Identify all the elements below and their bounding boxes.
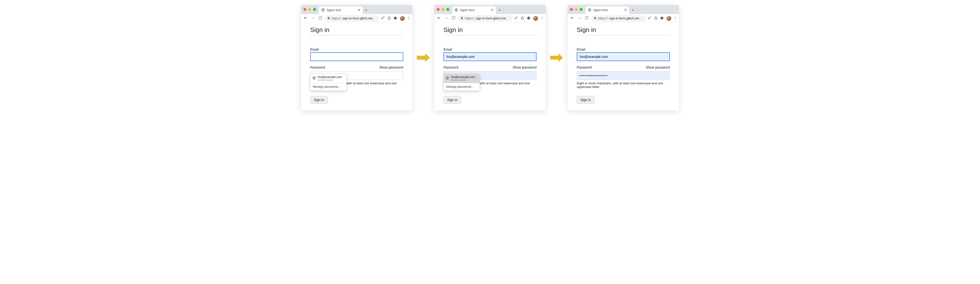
password-label: Password — [577, 65, 592, 69]
manage-passwords-link[interactable]: Manage passwords… — [444, 83, 480, 90]
page-content: Sign in Email Password Show password Eig… — [568, 23, 679, 111]
browser-tab[interactable]: Signin form — [319, 6, 363, 14]
menu-icon[interactable] — [674, 16, 677, 21]
signin-button[interactable]: Sign in — [310, 96, 328, 104]
globe-icon — [312, 76, 316, 81]
profile-avatar[interactable] — [533, 16, 538, 21]
page-title: Sign in — [310, 26, 403, 35]
new-tab-button[interactable]: + — [365, 8, 368, 13]
address-bar[interactable]: https://sign-in-form.glitch.me — [458, 15, 512, 22]
browser-tab[interactable]: Signin form — [452, 6, 496, 14]
arrow-icon — [417, 53, 430, 62]
globe-icon — [321, 8, 325, 13]
email-field[interactable] — [310, 52, 403, 61]
svg-point-16 — [675, 18, 676, 19]
tab-title: Signin form — [460, 8, 475, 12]
minimize-window-button[interactable] — [442, 8, 444, 11]
signin-button[interactable]: Sign in — [444, 96, 461, 104]
menu-icon[interactable] — [407, 16, 410, 21]
window-controls — [304, 8, 316, 11]
minimize-window-button[interactable] — [308, 8, 311, 11]
email-label: Email — [444, 48, 536, 51]
close-window-button[interactable] — [437, 8, 440, 11]
show-password-toggle[interactable]: Show password — [646, 65, 670, 69]
url-host: sign-in-form.glitch.me — [476, 16, 506, 20]
email-field[interactable] — [444, 52, 536, 61]
signin-button[interactable]: Sign in — [577, 96, 595, 104]
new-tab-button[interactable]: + — [498, 8, 501, 13]
back-button[interactable] — [436, 16, 442, 21]
close-window-button[interactable] — [570, 8, 573, 11]
star-icon[interactable] — [520, 16, 524, 21]
address-bar[interactable]: https://sign-in-form.glitch.me — [591, 15, 646, 22]
tab-title: Signin form — [593, 8, 608, 12]
back-button[interactable] — [303, 16, 308, 21]
window-controls — [570, 8, 582, 11]
toolbar-right-icons — [381, 16, 410, 21]
page-content: Sign in Email Password Show password Eig… — [434, 23, 546, 111]
autofill-popup: foo@example.com •••••••••••••• Manage pa… — [310, 74, 347, 90]
address-bar[interactable]: https://sign-in-form.glitch.me — [325, 15, 379, 22]
key-icon[interactable] — [648, 16, 651, 21]
autofill-password-dots: •••••••••••••• — [318, 79, 342, 81]
extensions-icon[interactable] — [527, 16, 531, 21]
globe-icon — [445, 76, 449, 81]
reload-button[interactable] — [584, 16, 589, 21]
profile-avatar[interactable] — [667, 16, 671, 21]
globe-icon — [455, 8, 458, 13]
autofill-suggestion[interactable]: foo@example.com •••••••••••••• — [310, 74, 346, 83]
url-protocol: https:// — [331, 16, 341, 20]
toolbar: https://sign-in-form.glitch.me — [434, 14, 546, 23]
close-tab-icon[interactable] — [624, 8, 627, 12]
reload-button[interactable] — [451, 16, 456, 21]
show-password-toggle[interactable]: Show password — [379, 65, 403, 69]
extensions-icon[interactable] — [393, 16, 398, 21]
toolbar-right-icons — [648, 16, 677, 21]
fullscreen-window-button[interactable] — [580, 8, 582, 11]
fullscreen-window-button[interactable] — [446, 8, 449, 11]
close-tab-icon[interactable] — [491, 8, 493, 12]
url-protocol: https:// — [465, 16, 474, 20]
autofill-password-dots: •••••••••••••• — [451, 79, 475, 81]
extensions-icon[interactable] — [660, 16, 664, 21]
star-icon[interactable] — [387, 16, 391, 21]
password-label: Password — [310, 65, 325, 69]
new-tab-button[interactable]: + — [632, 8, 634, 13]
reload-button[interactable] — [317, 16, 323, 21]
star-icon[interactable] — [654, 16, 658, 21]
autofill-email: foo@example.com — [318, 75, 342, 79]
autofill-popup: foo@example.com •••••••••••••• Manage pa… — [444, 74, 480, 90]
key-icon[interactable] — [514, 16, 518, 21]
close-tab-icon[interactable] — [358, 8, 360, 12]
menu-icon[interactable] — [540, 16, 544, 21]
password-field[interactable] — [577, 71, 670, 80]
minimize-window-button[interactable] — [575, 8, 578, 11]
key-icon[interactable] — [381, 16, 385, 21]
toolbar: https://sign-in-form.glitch.me — [568, 14, 679, 23]
browser-tab[interactable]: Signin form — [585, 6, 629, 14]
profile-avatar[interactable] — [400, 16, 405, 21]
url-protocol: https:// — [598, 16, 608, 20]
svg-point-2 — [409, 16, 409, 17]
title-divider — [444, 35, 536, 35]
autofill-email: foo@example.com — [451, 75, 475, 79]
tab-strip: Signin form + — [568, 5, 679, 14]
arrow-icon — [550, 53, 563, 62]
forward-button — [577, 16, 582, 21]
tab-title: Signin form — [327, 8, 342, 12]
manage-passwords-link[interactable]: Manage passwords… — [310, 83, 346, 90]
email-field[interactable] — [577, 52, 670, 61]
url-host: sign-in-form.glitch.me — [342, 16, 372, 20]
show-password-toggle[interactable]: Show password — [512, 65, 536, 69]
close-window-button[interactable] — [304, 8, 306, 11]
forward-button — [310, 16, 315, 21]
back-button[interactable] — [570, 16, 575, 21]
password-label: Password — [444, 65, 458, 69]
svg-point-3 — [409, 17, 409, 18]
toolbar: https://sign-in-form.glitch.me — [301, 14, 412, 23]
autofill-suggestion[interactable]: foo@example.com •••••••••••••• — [444, 74, 480, 83]
lock-icon — [327, 16, 330, 20]
svg-point-9 — [542, 17, 542, 18]
fullscreen-window-button[interactable] — [313, 8, 316, 11]
globe-icon — [588, 8, 591, 13]
